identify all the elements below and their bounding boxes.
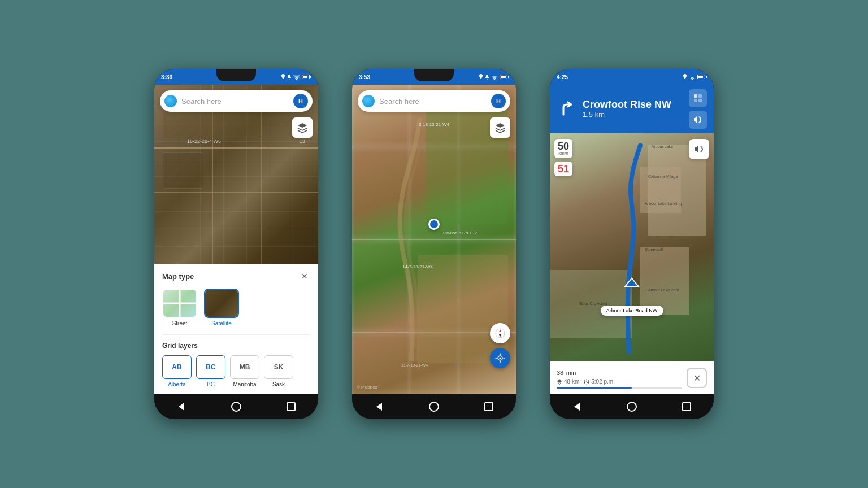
pin-circle: [428, 219, 440, 230]
notification-icon-2: [485, 74, 489, 80]
home-button[interactable]: [231, 402, 241, 412]
speed-unit: km/h: [558, 151, 569, 156]
speed-panel: 50 km/h 51: [554, 139, 572, 176]
location-pin-icon: [557, 379, 562, 385]
sk-label: Sask: [272, 381, 285, 387]
wifi-icon-3: [689, 75, 696, 80]
battery-icon-2: [500, 75, 509, 79]
clock-icon: [584, 379, 589, 385]
overview-button[interactable]: [689, 89, 707, 107]
street-name: Crowfoot Rise NW: [583, 99, 683, 111]
notification-icon: [287, 74, 292, 80]
phone2-map[interactable]: Search here H 3-18-13-21-W4 Township Rd …: [352, 85, 516, 394]
panel-title: Map type: [162, 272, 194, 281]
location-icon-2: [479, 74, 483, 80]
cancel-nav-button[interactable]: ✕: [687, 368, 707, 388]
mute-button[interactable]: [689, 111, 707, 129]
area-label-2: Calvanna Village: [648, 175, 678, 178]
street-label: Street: [172, 320, 188, 326]
speaker-icon: [693, 115, 702, 124]
area-label-1: Arbour Lake: [652, 145, 673, 149]
current-speed-box: 51: [554, 162, 572, 176]
phone2-notch: [414, 69, 454, 81]
wifi-icon-2: [491, 75, 498, 80]
phone2-status-left: 3:53: [359, 74, 370, 80]
user-avatar-2[interactable]: H: [491, 94, 506, 108]
ab-abbr: AB: [172, 363, 181, 371]
area-label-3: Arbour Lake Landing: [645, 202, 682, 206]
route-svg: [550, 133, 714, 361]
map-pin: [428, 219, 440, 230]
layer-button-2[interactable]: [490, 117, 510, 138]
grid-item-bc[interactable]: BC BC: [196, 355, 225, 387]
phone-3: 4:25 Crowfoot R: [550, 69, 714, 419]
nav-map-bg: Arbour Lake Calvanna Village Arbour Lake…: [550, 133, 714, 361]
phone1-notch: [216, 69, 256, 81]
globe-icon: [164, 95, 177, 107]
map-type-panel: Map type ✕ Street Satellite Grid layers: [154, 264, 318, 394]
grid-item-mb[interactable]: MB Manitoba: [230, 355, 259, 387]
svg-rect-4: [698, 94, 702, 98]
nav-right-icons: [689, 89, 707, 129]
grid-layers-title: Grid layers: [162, 342, 310, 350]
turn-arrow: [557, 99, 577, 119]
mb-abbr: MB: [240, 363, 250, 371]
speed-limit: 50: [558, 141, 569, 151]
recent-button-3[interactable]: [682, 402, 692, 412]
locate-button[interactable]: [490, 348, 510, 368]
location-icon-3: [683, 74, 687, 80]
phone2-status-right: [479, 74, 509, 80]
home-button-2[interactable]: [429, 402, 439, 412]
field-2: [163, 152, 204, 188]
home-button-3[interactable]: [627, 402, 637, 412]
audio-icon: [694, 144, 704, 154]
layers-icon: [297, 123, 307, 133]
current-speed: 51: [558, 164, 569, 174]
phone2-search-bar[interactable]: Search here H: [358, 90, 510, 112]
satellite-option[interactable]: Satellite: [204, 289, 239, 326]
street-option[interactable]: Street: [162, 289, 197, 326]
phone3-notch: [612, 69, 652, 81]
divider: [162, 334, 310, 335]
ab-thumb: AB: [162, 355, 192, 379]
back-button-2[interactable]: [374, 402, 384, 412]
grid-label-bot2: 11-7-13-21-W4: [401, 363, 428, 367]
back-button-3[interactable]: [572, 402, 582, 412]
battery-icon: [302, 75, 311, 79]
svg-rect-3: [694, 94, 697, 98]
grid-label-mid: Township Rd 132: [442, 230, 477, 236]
grid-label-2: 13: [300, 138, 305, 144]
battery-icon-3: [697, 75, 707, 79]
eta-time: 38 min: [557, 367, 682, 377]
phone2-time: 3:53: [359, 74, 370, 80]
recent-button[interactable]: [286, 402, 296, 412]
grid-item-sk[interactable]: SK Sask: [264, 355, 293, 387]
panel-header: Map type ✕: [162, 271, 310, 282]
location-icon: [281, 74, 285, 80]
grid-item-ab[interactable]: AB Alberta: [162, 355, 192, 387]
search-placeholder-2: Search here: [379, 97, 487, 106]
phone-1: 3:36: [154, 69, 318, 419]
eta-distance-item: 48 km: [557, 378, 579, 385]
eta-distance: 48 km: [564, 378, 579, 385]
eta-minutes: 38: [557, 369, 563, 376]
user-avatar[interactable]: H: [293, 94, 308, 108]
close-button[interactable]: ✕: [299, 271, 310, 282]
back-button[interactable]: [176, 402, 186, 412]
eta-progress-fill: [557, 387, 632, 389]
eta-arrival-item: 5:02 p.m.: [584, 378, 615, 385]
recent-button-2[interactable]: [484, 402, 494, 412]
mapbox-attribution: © Mapbox: [357, 385, 377, 390]
wifi-icon: [293, 75, 300, 80]
phone1-search-bar[interactable]: Search here H: [160, 90, 313, 112]
mb-thumb: MB: [230, 355, 259, 379]
svg-rect-6: [698, 99, 702, 102]
phone1-map[interactable]: Search here H 16-22-28-4 W5 13: [154, 85, 318, 264]
audio-button[interactable]: [689, 139, 709, 159]
layer-button[interactable]: [292, 117, 313, 138]
area-label-5: Arbour Lake Park: [648, 288, 679, 292]
nav-distance: 1.5 km: [583, 110, 683, 119]
nav-bottom-panel: 38 min 48 km 5:02 p.m.: [550, 361, 714, 394]
compass-button[interactable]: [490, 323, 510, 343]
phone3-time: 4:25: [557, 74, 568, 80]
